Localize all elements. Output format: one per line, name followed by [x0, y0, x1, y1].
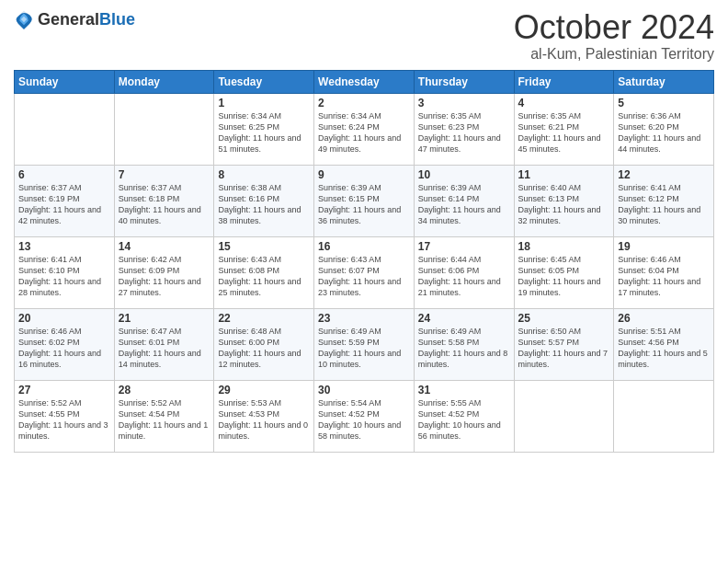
day-number: 7 [119, 168, 210, 181]
day-cell: 6Sunrise: 6:37 AMSunset: 6:19 PMDaylight… [15, 165, 115, 236]
day-cell [514, 380, 614, 452]
col-header-monday: Monday [114, 70, 214, 93]
day-cell: 24Sunrise: 6:49 AMSunset: 5:58 PMDayligh… [414, 308, 514, 380]
day-number: 18 [518, 240, 610, 253]
day-cell: 7Sunrise: 6:37 AMSunset: 6:18 PMDaylight… [114, 165, 214, 236]
day-cell: 19Sunrise: 6:46 AMSunset: 6:04 PMDayligh… [614, 236, 714, 308]
day-number: 13 [18, 240, 110, 253]
day-number: 23 [318, 312, 410, 325]
col-header-thursday: Thursday [414, 70, 514, 93]
day-info: Sunrise: 5:54 AMSunset: 4:52 PMDaylight:… [318, 397, 410, 442]
week-row-2: 6Sunrise: 6:37 AMSunset: 6:19 PMDaylight… [15, 165, 714, 236]
day-info: Sunrise: 5:53 AMSunset: 4:53 PMDaylight:… [218, 397, 310, 442]
day-cell: 8Sunrise: 6:38 AMSunset: 6:16 PMDaylight… [214, 165, 314, 236]
header-row: SundayMondayTuesdayWednesdayThursdayFrid… [15, 70, 714, 93]
day-info: Sunrise: 6:49 AMSunset: 5:59 PMDaylight:… [318, 326, 410, 371]
day-info: Sunrise: 5:52 AMSunset: 4:55 PMDaylight:… [18, 397, 110, 442]
day-number: 4 [518, 97, 610, 109]
day-info: Sunrise: 6:42 AMSunset: 6:09 PMDaylight:… [119, 254, 210, 299]
day-cell: 27Sunrise: 5:52 AMSunset: 4:55 PMDayligh… [15, 380, 115, 452]
day-cell: 9Sunrise: 6:39 AMSunset: 6:15 PMDaylight… [314, 165, 415, 236]
day-info: Sunrise: 6:39 AMSunset: 6:14 PMDaylight:… [418, 182, 510, 227]
day-info: Sunrise: 6:46 AMSunset: 6:02 PMDaylight:… [18, 326, 110, 371]
day-number: 19 [618, 240, 710, 253]
calendar-subtitle: al-Kum, Palestinian Territory [514, 46, 714, 63]
day-cell: 16Sunrise: 6:43 AMSunset: 6:07 PMDayligh… [314, 236, 415, 308]
col-header-friday: Friday [514, 70, 614, 93]
day-number: 26 [618, 312, 710, 325]
logo-icon [14, 9, 34, 29]
day-info: Sunrise: 6:43 AMSunset: 6:07 PMDaylight:… [318, 254, 410, 299]
day-cell: 18Sunrise: 6:45 AMSunset: 6:05 PMDayligh… [514, 236, 614, 308]
day-cell [15, 93, 115, 165]
day-info: Sunrise: 6:36 AMSunset: 6:20 PMDaylight:… [618, 110, 710, 155]
day-cell: 28Sunrise: 5:52 AMSunset: 4:54 PMDayligh… [114, 380, 214, 452]
col-header-wednesday: Wednesday [314, 70, 415, 93]
day-info: Sunrise: 6:39 AMSunset: 6:15 PMDaylight:… [318, 182, 410, 227]
day-cell [114, 93, 214, 165]
day-info: Sunrise: 6:38 AMSunset: 6:16 PMDaylight:… [218, 182, 310, 227]
day-info: Sunrise: 6:47 AMSunset: 6:01 PMDaylight:… [119, 326, 210, 371]
col-header-sunday: Sunday [15, 70, 115, 93]
day-cell: 11Sunrise: 6:40 AMSunset: 6:13 PMDayligh… [514, 165, 614, 236]
day-info: Sunrise: 6:37 AMSunset: 6:19 PMDaylight:… [18, 182, 110, 227]
day-info: Sunrise: 6:46 AMSunset: 6:04 PMDaylight:… [618, 254, 710, 299]
day-number: 30 [318, 384, 410, 396]
col-header-tuesday: Tuesday [214, 70, 314, 93]
day-cell: 2Sunrise: 6:34 AMSunset: 6:24 PMDaylight… [314, 93, 415, 165]
title-area: October 2024 al-Kum, Palestinian Territo… [514, 9, 714, 63]
day-number: 1 [218, 97, 310, 109]
day-info: Sunrise: 6:34 AMSunset: 6:25 PMDaylight:… [218, 110, 310, 155]
day-cell: 17Sunrise: 6:44 AMSunset: 6:06 PMDayligh… [414, 236, 514, 308]
day-cell: 26Sunrise: 5:51 AMSunset: 4:56 PMDayligh… [614, 308, 714, 380]
week-row-5: 27Sunrise: 5:52 AMSunset: 4:55 PMDayligh… [15, 380, 714, 452]
day-number: 31 [418, 384, 510, 396]
day-info: Sunrise: 6:35 AMSunset: 6:23 PMDaylight:… [418, 110, 510, 155]
day-cell: 21Sunrise: 6:47 AMSunset: 6:01 PMDayligh… [114, 308, 214, 380]
logo-blue: Blue [99, 11, 135, 28]
day-number: 29 [218, 384, 310, 396]
week-row-3: 13Sunrise: 6:41 AMSunset: 6:10 PMDayligh… [15, 236, 714, 308]
day-number: 21 [119, 312, 210, 325]
day-number: 8 [218, 168, 310, 181]
day-cell: 3Sunrise: 6:35 AMSunset: 6:23 PMDaylight… [414, 93, 514, 165]
day-info: Sunrise: 6:50 AMSunset: 5:57 PMDaylight:… [518, 326, 610, 371]
day-cell: 23Sunrise: 6:49 AMSunset: 5:59 PMDayligh… [314, 308, 415, 380]
day-info: Sunrise: 6:41 AMSunset: 6:10 PMDaylight:… [18, 254, 110, 299]
day-number: 15 [218, 240, 310, 253]
day-cell: 29Sunrise: 5:53 AMSunset: 4:53 PMDayligh… [214, 380, 314, 452]
day-number: 10 [418, 168, 510, 181]
day-number: 12 [618, 168, 710, 181]
day-cell: 1Sunrise: 6:34 AMSunset: 6:25 PMDaylight… [214, 93, 314, 165]
day-info: Sunrise: 5:52 AMSunset: 4:54 PMDaylight:… [119, 397, 210, 442]
day-cell: 4Sunrise: 6:35 AMSunset: 6:21 PMDaylight… [514, 93, 614, 165]
week-row-1: 1Sunrise: 6:34 AMSunset: 6:25 PMDaylight… [15, 93, 714, 165]
logo-text: General Blue [38, 11, 135, 28]
day-cell: 12Sunrise: 6:41 AMSunset: 6:12 PMDayligh… [614, 165, 714, 236]
logo: General Blue [14, 9, 135, 29]
day-number: 16 [318, 240, 410, 253]
header: General Blue October 2024 al-Kum, Palest… [14, 9, 714, 63]
day-number: 2 [318, 97, 410, 109]
day-info: Sunrise: 5:51 AMSunset: 4:56 PMDaylight:… [618, 326, 710, 371]
day-info: Sunrise: 6:35 AMSunset: 6:21 PMDaylight:… [518, 110, 610, 155]
day-info: Sunrise: 6:37 AMSunset: 6:18 PMDaylight:… [119, 182, 210, 227]
day-info: Sunrise: 6:49 AMSunset: 5:58 PMDaylight:… [418, 326, 510, 371]
day-number: 28 [119, 384, 210, 396]
calendar-table: SundayMondayTuesdayWednesdayThursdayFrid… [14, 70, 714, 453]
day-number: 20 [18, 312, 110, 325]
day-number: 14 [119, 240, 210, 253]
day-number: 17 [418, 240, 510, 253]
day-number: 9 [318, 168, 410, 181]
day-info: Sunrise: 6:34 AMSunset: 6:24 PMDaylight:… [318, 110, 410, 155]
day-cell: 30Sunrise: 5:54 AMSunset: 4:52 PMDayligh… [314, 380, 415, 452]
day-number: 22 [218, 312, 310, 325]
day-cell: 25Sunrise: 6:50 AMSunset: 5:57 PMDayligh… [514, 308, 614, 380]
day-number: 6 [18, 168, 110, 181]
day-info: Sunrise: 6:45 AMSunset: 6:05 PMDaylight:… [518, 254, 610, 299]
day-cell: 5Sunrise: 6:36 AMSunset: 6:20 PMDaylight… [614, 93, 714, 165]
day-cell [614, 380, 714, 452]
col-header-saturday: Saturday [614, 70, 714, 93]
day-cell: 20Sunrise: 6:46 AMSunset: 6:02 PMDayligh… [15, 308, 115, 380]
logo-general: General [38, 11, 99, 28]
